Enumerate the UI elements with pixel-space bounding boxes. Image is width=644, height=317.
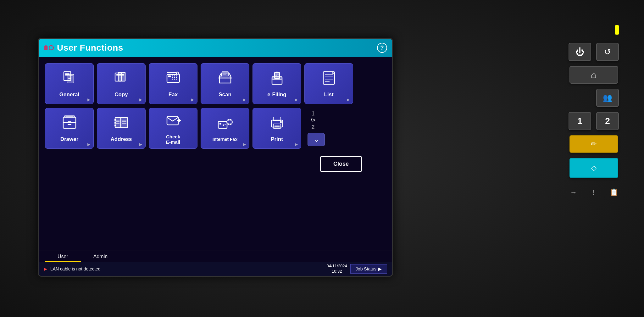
svg-rect-20: [119, 75, 124, 76]
efiling-label: e-Filing: [267, 92, 286, 98]
drawer-label: Drawer: [60, 136, 79, 142]
svg-rect-74: [225, 123, 226, 123]
num1-button[interactable]: 1: [569, 112, 591, 130]
internet-fax-icon: [217, 115, 233, 135]
list-arrow: ▶: [347, 97, 350, 102]
address-icon: [113, 114, 130, 134]
bottom-area: User Admin ▶ LAN cable is not detected 0…: [39, 251, 392, 276]
svg-rect-8: [65, 73, 69, 74]
alert-icon: !: [586, 186, 601, 199]
users-row: 👥: [569, 89, 619, 107]
internet-fax-label: Internet Fax: [213, 137, 237, 142]
users-button[interactable]: 👥: [596, 89, 619, 107]
back-icon[interactable]: →: [566, 186, 581, 199]
main-content: General ▶: [39, 57, 392, 251]
copy-tile[interactable]: Copy ▶: [97, 63, 146, 104]
page-title: User Functions: [57, 43, 123, 53]
svg-rect-12: [68, 75, 73, 76]
fax-icon: [165, 70, 181, 90]
svg-rect-30: [172, 79, 173, 80]
fax-tile[interactable]: Fax ▶: [149, 63, 197, 104]
svg-rect-66: [114, 119, 116, 121]
counter-icon[interactable]: 📋: [606, 186, 621, 199]
refresh-icon: ↺: [604, 47, 611, 57]
copy-label: Copy: [114, 92, 128, 98]
svg-rect-22: [167, 74, 180, 82]
tab-user[interactable]: User: [45, 252, 81, 262]
svg-rect-54: [68, 124, 71, 125]
list-tile[interactable]: List ▶: [304, 63, 353, 104]
drawer-icon: [61, 114, 78, 134]
check-email-label: Check E-mail: [166, 134, 180, 145]
print-label: Print: [271, 136, 283, 142]
svg-rect-85: [273, 124, 281, 128]
svg-rect-19: [119, 74, 124, 75]
print-arrow: ▶: [295, 142, 298, 147]
check-email-icon: [165, 112, 181, 132]
svg-rect-26: [176, 75, 177, 76]
general-label: General: [59, 92, 79, 98]
screen-panel: User Functions ?: [38, 38, 393, 277]
list-label: List: [324, 92, 333, 98]
address-label: Address: [110, 136, 132, 142]
drawer-tile[interactable]: Drawer ▶: [45, 108, 94, 149]
svg-rect-34: [218, 77, 232, 79]
general-arrow: ▶: [87, 97, 90, 102]
print-icon: [269, 114, 285, 134]
row-2-container: Drawer ▶: [45, 108, 386, 149]
address-tile[interactable]: Address ▶: [97, 108, 146, 149]
scan-tile[interactable]: Scan ▶: [201, 63, 249, 104]
svg-rect-55: [64, 116, 75, 118]
header-bar: User Functions ?: [39, 39, 392, 57]
svg-rect-75: [223, 124, 224, 125]
svg-rect-0: [44, 46, 48, 50]
home-button[interactable]: ⌂: [569, 66, 618, 84]
status-message: LAN cable is not detected: [50, 266, 324, 271]
status-bar: ▶ LAN cable is not detected 04/11/202410…: [39, 262, 392, 276]
scan-label: Scan: [219, 92, 231, 98]
svg-rect-57: [115, 118, 121, 128]
interrupt-button[interactable]: ✏: [569, 135, 618, 153]
svg-rect-13: [68, 77, 73, 77]
help-button[interactable]: ?: [377, 43, 387, 53]
svg-rect-25: [174, 75, 175, 76]
status-play-icon: ▶: [44, 266, 47, 271]
job-status-button[interactable]: Job Status ▶: [350, 264, 387, 274]
users-icon: 👥: [603, 93, 612, 102]
num2-label: 2: [605, 116, 610, 126]
efiling-tile[interactable]: e-Filing ▶: [253, 63, 301, 104]
svg-point-88: [280, 121, 282, 123]
list-icon: [321, 70, 337, 90]
svg-rect-76: [225, 124, 226, 125]
svg-rect-23: [168, 75, 171, 77]
print-tile[interactable]: Print ▶: [253, 108, 301, 149]
efiling-arrow: ▶: [295, 97, 298, 102]
scan-icon: [217, 70, 233, 90]
svg-rect-68: [114, 125, 116, 126]
start-button[interactable]: ◇: [569, 158, 618, 178]
internet-fax-tile[interactable]: Internet Fax ▶: [201, 108, 249, 149]
device-container: User Functions ?: [0, 0, 644, 317]
address-arrow: ▶: [139, 142, 142, 147]
status-datetime: 04/11/202410:32: [327, 264, 347, 274]
power-row: ⏻ ↺: [569, 43, 619, 61]
general-tile[interactable]: General ▶: [45, 63, 94, 104]
start-icon: ◇: [591, 164, 597, 172]
tab-admin[interactable]: Admin: [81, 252, 120, 262]
printer-icon: [44, 43, 54, 52]
check-email-tile[interactable]: Check E-mail: [149, 108, 197, 149]
right-panel: ⏻ ↺ ⌂ 👥 1 2 ✏: [562, 25, 625, 289]
num2-button[interactable]: 2: [596, 112, 619, 130]
scroll-down-button[interactable]: ⌄: [308, 133, 325, 146]
svg-rect-73: [223, 123, 224, 123]
function-row-1: General ▶: [45, 63, 386, 104]
refresh-button[interactable]: ↺: [596, 43, 619, 61]
job-status-label: Job Status: [356, 266, 376, 271]
svg-rect-21: [119, 77, 123, 77]
svg-rect-14: [68, 78, 71, 79]
svg-rect-29: [176, 77, 177, 78]
close-button[interactable]: Close: [320, 156, 362, 172]
power-button[interactable]: ⏻: [569, 43, 591, 61]
number-row: 1 2: [569, 112, 619, 130]
num1-label: 1: [577, 116, 582, 126]
